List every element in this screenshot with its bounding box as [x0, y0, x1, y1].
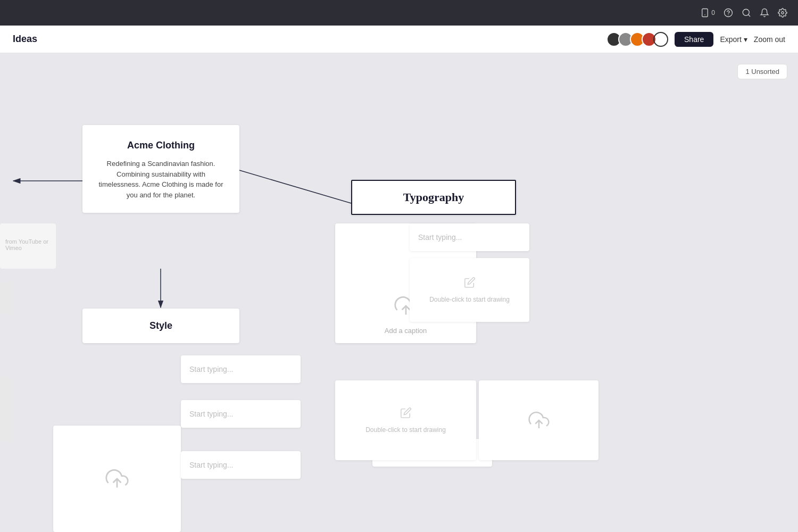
avatar-5	[653, 32, 668, 47]
drawing-label-2: Double-click to start drawing	[365, 426, 446, 434]
pencil-icon-2	[400, 407, 412, 422]
header-actions: Share Export ▾ Zoom out	[606, 32, 785, 47]
notification-count: 0	[711, 9, 715, 16]
upload-card-small[interactable]	[479, 380, 598, 460]
partial-card-1: from YouTube or Vimeo	[0, 223, 56, 269]
search-icon-btn[interactable]	[742, 8, 751, 18]
partial-card-2	[0, 282, 12, 314]
typing-placeholder-5: Start typing...	[189, 461, 292, 469]
typography-card[interactable]: Typography	[351, 180, 516, 215]
canvas: 1 Unsorted from YouTube or Vimeo Acme Cl…	[0, 53, 798, 532]
style-card[interactable]: Style	[82, 309, 239, 343]
acme-card[interactable]: Acme Clothing Redefining a Scandinavian …	[82, 125, 239, 213]
typing-card-3[interactable]: Start typing...	[181, 400, 301, 428]
drawing-label-1: Double-click to start drawing	[429, 296, 510, 303]
style-card-title: Style	[95, 320, 227, 331]
acme-card-title: Acme Clothing	[95, 140, 227, 151]
export-button[interactable]: Export ▾	[720, 35, 747, 44]
drawing-card-1[interactable]: Double-click to start drawing	[410, 258, 529, 322]
zoom-out-button[interactable]: Zoom out	[754, 35, 785, 44]
typing-card-1[interactable]: Start typing...	[410, 223, 529, 251]
typing-placeholder-2: Start typing...	[189, 365, 292, 373]
settings-icon-btn[interactable]	[778, 8, 787, 18]
help-icon-btn[interactable]	[724, 8, 733, 18]
bell-icon-btn[interactable]	[760, 8, 769, 18]
upload-caption: Add a caption	[385, 327, 427, 335]
top-bar: 0	[0, 0, 798, 26]
export-label: Export	[720, 35, 741, 44]
svg-line-7	[239, 170, 351, 203]
svg-rect-0	[702, 9, 708, 17]
mobile-icon-btn[interactable]: 0	[700, 8, 715, 18]
typography-card-title: Typography	[365, 190, 502, 204]
unsorted-badge[interactable]: 1 Unsorted	[737, 64, 787, 79]
typing-placeholder-3: Start typing...	[189, 410, 292, 418]
export-chevron-icon: ▾	[744, 35, 747, 44]
pencil-icon-1	[464, 277, 476, 292]
page-title: Ideas	[13, 34, 37, 45]
drawing-card-2[interactable]: Double-click to start drawing	[335, 380, 476, 460]
typing-card-5[interactable]: Start typing...	[181, 451, 301, 479]
avatar-group	[606, 32, 668, 47]
partial-card-text: from YouTube or Vimeo	[0, 223, 56, 256]
share-button[interactable]: Share	[675, 32, 713, 47]
svg-point-4	[782, 12, 784, 14]
svg-point-2	[725, 9, 733, 17]
partial-card-3	[0, 378, 12, 442]
bottom-partial-card	[53, 426, 181, 532]
acme-card-description: Redefining a Scandinavian fashion. Combi…	[95, 159, 227, 200]
typing-placeholder-1: Start typing...	[418, 233, 521, 242]
typing-card-2[interactable]: Start typing...	[181, 355, 301, 383]
svg-point-1	[705, 14, 706, 15]
header: Ideas Share Export ▾ Zoom out	[0, 26, 798, 53]
